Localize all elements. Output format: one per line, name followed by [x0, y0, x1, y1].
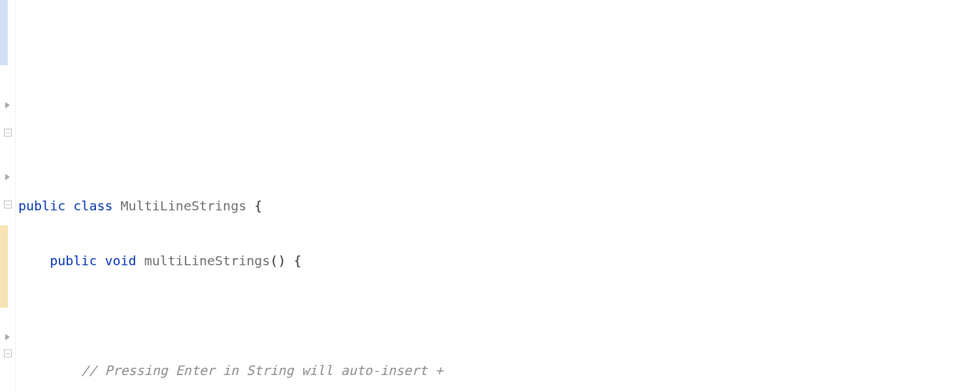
comment: // Pressing Enter in String will auto-in…	[81, 363, 443, 378]
editor-gutter[interactable]	[0, 0, 16, 392]
code-line[interactable]	[18, 137, 980, 165]
code-line[interactable]	[18, 82, 980, 110]
code-line[interactable]	[18, 27, 980, 55]
fold-icon[interactable]	[4, 350, 12, 357]
class-name: MultiLineStrings	[121, 198, 247, 214]
keyword: class	[73, 198, 112, 214]
brace: {	[246, 198, 262, 214]
code-editor[interactable]: public class MultiLineStrings { public v…	[16, 0, 980, 392]
fold-icon[interactable]	[4, 201, 12, 208]
code-line[interactable]	[18, 302, 980, 329]
run-gutter-icon[interactable]	[5, 174, 10, 180]
code-line[interactable]: public class MultiLineStrings {	[18, 192, 980, 220]
fold-icon[interactable]	[4, 129, 12, 137]
keyword: void	[105, 253, 136, 269]
selection-highlight	[0, 0, 8, 65]
code-line[interactable]: public void multiLineStrings() {	[18, 247, 980, 274]
vcs-change-marker[interactable]	[0, 225, 8, 308]
paren-brace: () {	[270, 253, 301, 269]
method-name: multiLineStrings	[144, 253, 270, 269]
keyword: public	[50, 253, 97, 269]
keyword: public	[18, 198, 65, 214]
code-line[interactable]: // Pressing Enter in String will auto-in…	[18, 357, 980, 384]
run-gutter-icon[interactable]	[5, 102, 10, 108]
